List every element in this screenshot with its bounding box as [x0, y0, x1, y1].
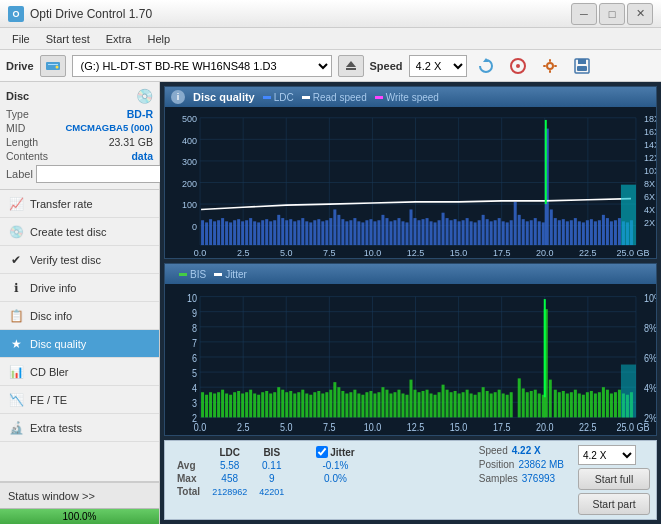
svg-rect-173 — [621, 185, 636, 245]
svg-rect-139 — [502, 221, 505, 245]
svg-text:4: 4 — [192, 382, 197, 394]
svg-rect-264 — [377, 392, 380, 417]
save-icon[interactable] — [569, 53, 595, 79]
sidebar-item-transfer-rate[interactable]: 📈 Transfer rate — [0, 190, 159, 218]
close-button[interactable]: ✕ — [627, 3, 653, 25]
svg-rect-297 — [510, 392, 513, 417]
svg-rect-270 — [401, 393, 404, 417]
status-window-button[interactable]: Status window >> — [0, 482, 159, 508]
svg-rect-266 — [385, 390, 388, 418]
sidebar-item-cd-bler[interactable]: 📊 CD Bler — [0, 358, 159, 386]
svg-rect-103 — [357, 221, 360, 245]
svg-rect-127 — [454, 219, 457, 245]
svg-point-7 — [516, 64, 520, 68]
svg-rect-278 — [434, 395, 437, 418]
svg-rect-132 — [474, 222, 477, 245]
svg-rect-249 — [317, 391, 320, 417]
svg-rect-247 — [309, 395, 312, 418]
extra-tests-icon: 🔬 — [8, 420, 24, 436]
svg-text:0.0: 0.0 — [194, 421, 207, 433]
svg-rect-12 — [554, 65, 557, 67]
svg-text:400: 400 — [182, 135, 197, 145]
svg-rect-265 — [381, 387, 384, 417]
svg-rect-1 — [48, 64, 58, 65]
disc-length-row: Length 23.31 GB — [6, 136, 153, 148]
svg-rect-292 — [490, 393, 493, 417]
refresh-icon[interactable] — [473, 53, 499, 79]
menu-file[interactable]: File — [4, 31, 38, 47]
svg-rect-122 — [434, 222, 437, 245]
top-chart-svg: 500 400 300 200 100 0 18X 16X 14X 12X 10… — [165, 107, 656, 258]
svg-rect-84 — [281, 218, 284, 245]
svg-rect-310 — [566, 393, 569, 417]
svg-rect-275 — [422, 391, 425, 417]
fe-te-icon: 📉 — [8, 392, 24, 408]
svg-text:8X: 8X — [644, 179, 656, 189]
sidebar-item-disc-quality[interactable]: ★ Disc quality — [0, 330, 159, 358]
menu-extra[interactable]: Extra — [98, 31, 140, 47]
menu-start-test[interactable]: Start test — [38, 31, 98, 47]
svg-rect-143 — [518, 215, 521, 245]
maximize-button[interactable]: □ — [599, 3, 625, 25]
svg-rect-239 — [277, 387, 280, 417]
disc-label-row: Label — [6, 165, 153, 183]
svg-rect-93 — [317, 219, 320, 245]
sidebar-item-disc-info[interactable]: 📋 Disc info — [0, 302, 159, 330]
disc-mid-row: MID CMCMAGBA5 (000) — [6, 122, 153, 134]
svg-rect-304 — [538, 393, 541, 417]
svg-text:6X: 6X — [644, 191, 656, 201]
jitter-checkbox[interactable] — [316, 446, 328, 458]
svg-rect-269 — [397, 390, 400, 418]
title-bar: O Opti Drive Control 1.70 ─ □ ✕ — [0, 0, 661, 28]
start-full-button[interactable]: Start full — [578, 468, 650, 490]
svg-rect-320 — [606, 390, 609, 418]
svg-rect-243 — [293, 393, 296, 417]
svg-rect-291 — [486, 391, 489, 417]
svg-text:22.5: 22.5 — [579, 248, 597, 258]
svg-rect-287 — [470, 393, 473, 417]
app-icon: O — [8, 6, 24, 22]
drive-label: Drive — [6, 60, 34, 72]
sidebar-item-extra-tests[interactable]: 🔬 Extra tests — [0, 414, 159, 442]
drive-select[interactable]: (G:) HL-DT-ST BD-RE WH16NS48 1.D3 — [72, 55, 332, 77]
speed-select[interactable]: 4.2 X — [409, 55, 467, 77]
svg-text:5.0: 5.0 — [280, 248, 293, 258]
bis-header: BIS — [253, 445, 290, 459]
speed-dropdown[interactable]: 4.2 X — [578, 445, 636, 465]
svg-text:100: 100 — [182, 200, 197, 210]
bottom-chart-svg: 10 9 8 7 6 5 4 3 2 10% 8% 6% 4% 2% 0.0 — [165, 284, 656, 435]
disc-icon[interactable] — [505, 53, 531, 79]
svg-rect-114 — [401, 221, 404, 245]
legend-ldc: LDC — [263, 92, 294, 103]
svg-rect-290 — [482, 387, 485, 417]
svg-rect-145 — [526, 221, 529, 245]
sidebar-item-drive-info[interactable]: ℹ Drive info — [0, 274, 159, 302]
sidebar-item-fe-te[interactable]: 📉 FE / TE — [0, 386, 159, 414]
start-part-button[interactable]: Start part — [578, 493, 650, 515]
sidebar-item-create-test-disc[interactable]: 💿 Create test disc — [0, 218, 159, 246]
svg-rect-168 — [618, 218, 621, 245]
start-controls: 4.2 X Start full Start part — [578, 445, 650, 515]
svg-rect-14 — [578, 59, 586, 64]
stats-table: LDC BIS Jitter Avg 5.58 0.11 -0.1 — [171, 445, 361, 498]
eject-button[interactable] — [338, 55, 364, 77]
svg-rect-221 — [205, 395, 208, 418]
svg-rect-254 — [337, 387, 340, 417]
disc-info-icon: 📋 — [8, 308, 24, 324]
minimize-button[interactable]: ─ — [571, 3, 597, 25]
svg-rect-162 — [594, 221, 597, 245]
disc-label-input[interactable] — [36, 165, 169, 183]
drive-icon-btn[interactable] — [40, 55, 66, 77]
menu-help[interactable]: Help — [139, 31, 178, 47]
stats-area: LDC BIS Jitter Avg 5.58 0.11 -0.1 — [164, 440, 657, 520]
svg-rect-258 — [353, 390, 356, 418]
svg-point-8 — [547, 63, 553, 69]
svg-rect-251 — [325, 392, 328, 417]
svg-rect-262 — [369, 391, 372, 417]
settings-icon[interactable] — [537, 53, 563, 79]
svg-rect-224 — [217, 392, 220, 417]
drive-info-icon: ℹ — [8, 280, 24, 296]
sidebar-item-verify-test-disc[interactable]: ✔ Verify test disc — [0, 246, 159, 274]
svg-rect-300 — [522, 388, 525, 417]
svg-rect-130 — [466, 218, 469, 245]
